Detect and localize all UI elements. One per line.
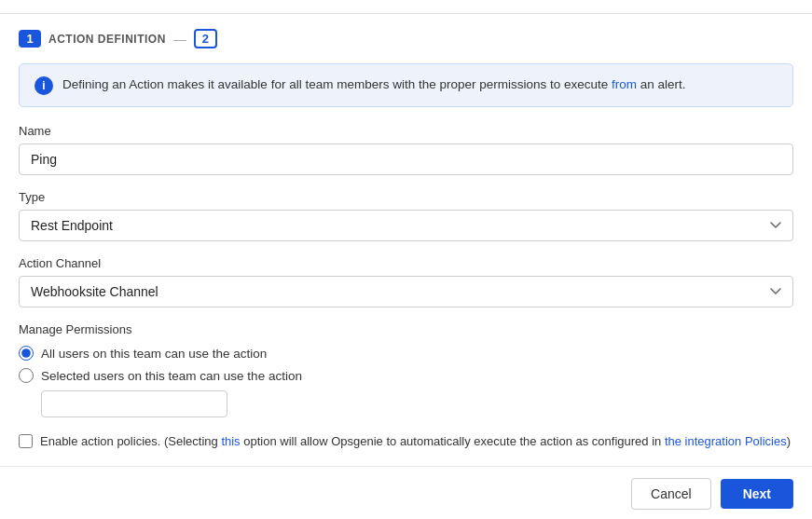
- info-icon: i: [34, 76, 53, 95]
- info-banner: i Defining an Action makes it available …: [19, 63, 793, 107]
- steps-divider: —: [173, 32, 186, 47]
- step1-label: ACTION DEFINITION: [48, 33, 166, 46]
- policies-checkbox-row: Enable action policies. (Selecting this …: [19, 432, 793, 451]
- modal-title: Create Action: [19, 0, 139, 2]
- permission-selected-radio[interactable]: [19, 368, 34, 383]
- channel-group: Action Channel Webhooksite Channel: [19, 256, 793, 307]
- permission-all-label: All users on this team can use the actio…: [41, 347, 267, 361]
- policies-integration-link[interactable]: the integration Policies: [665, 434, 787, 448]
- permissions-label: Manage Permissions: [19, 322, 793, 336]
- step2-badge: 2: [194, 29, 217, 48]
- cancel-button[interactable]: Cancel: [631, 478, 711, 510]
- permissions-section: Manage Permissions All users on this tea…: [19, 322, 793, 417]
- info-banner-text: Defining an Action makes it available fo…: [62, 75, 686, 94]
- name-group: Name: [19, 124, 793, 175]
- next-button[interactable]: Next: [721, 479, 793, 509]
- modal-footer: Cancel Next: [0, 466, 812, 519]
- modal-header: Create Action ×: [0, 0, 812, 14]
- type-label: Type: [19, 190, 793, 204]
- type-select[interactable]: Rest Endpoint Email Slack: [19, 210, 793, 241]
- modal-overlay: Create Action × 1 ACTION DEFINITION — 2 …: [0, 0, 812, 519]
- type-group: Type Rest Endpoint Email Slack: [19, 190, 793, 241]
- step1-badge: 1: [19, 30, 41, 48]
- channel-select[interactable]: Webhooksite Channel: [19, 276, 793, 307]
- channel-label: Action Channel: [19, 256, 793, 270]
- name-label: Name: [19, 124, 793, 138]
- policies-checkbox-label: Enable action policies. (Selecting this …: [40, 432, 791, 451]
- name-input[interactable]: [19, 143, 793, 175]
- permission-all-option[interactable]: All users on this team can use the actio…: [19, 346, 793, 361]
- modal-body: 1 ACTION DEFINITION — 2 i Defining an Ac…: [0, 14, 812, 466]
- info-from-link[interactable]: from: [612, 77, 637, 91]
- permission-selected-option[interactable]: Selected users on this team can use the …: [19, 368, 793, 383]
- modal-container: Create Action × 1 ACTION DEFINITION — 2 …: [0, 0, 812, 519]
- steps-bar: 1 ACTION DEFINITION — 2: [19, 29, 793, 48]
- permission-selected-label: Selected users on this team can use the …: [41, 369, 302, 383]
- policies-checkbox[interactable]: [19, 434, 33, 448]
- policies-this-link[interactable]: this: [221, 434, 240, 448]
- permission-selected-input[interactable]: [41, 390, 227, 417]
- permission-all-radio[interactable]: [19, 346, 34, 361]
